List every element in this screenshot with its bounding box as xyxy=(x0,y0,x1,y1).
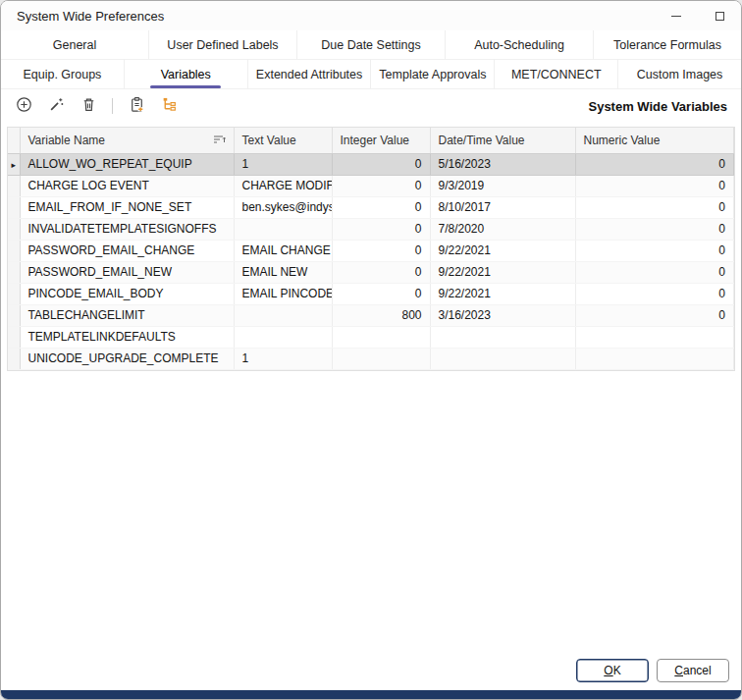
delete-button[interactable] xyxy=(80,97,97,115)
trash-icon xyxy=(80,96,97,116)
ok-button[interactable]: OK xyxy=(576,659,649,682)
tab-auto-scheduling[interactable]: Auto-Scheduling xyxy=(446,30,594,59)
cell-numeric-value[interactable]: 0 xyxy=(575,218,734,240)
tab-met-connect[interactable]: MET/CONNECT xyxy=(495,60,618,88)
cell-datetime-value[interactable] xyxy=(430,348,575,369)
table-row[interactable]: EMAIL_FROM_IF_NONE_SET ben.sykes@indys 0… xyxy=(8,196,734,218)
tab-extended-attributes[interactable]: Extended Attributes xyxy=(248,60,372,88)
row-indicator xyxy=(8,326,20,348)
cell-numeric-value[interactable]: 0 xyxy=(575,196,734,218)
cell-integer-value[interactable]: 0 xyxy=(332,218,430,240)
tree-view-button[interactable] xyxy=(160,97,178,115)
title-bar[interactable]: System Wide Preferences xyxy=(1,1,741,30)
cell-integer-value[interactable]: 0 xyxy=(332,240,430,261)
cell-text-value[interactable] xyxy=(234,304,332,326)
col-numeric-value[interactable]: Numeric Value xyxy=(575,128,734,153)
row-indicator xyxy=(8,196,20,218)
cell-variable-name[interactable]: ALLOW_WO_REPEAT_EQUIP xyxy=(20,153,234,175)
tab-variables[interactable]: Variables xyxy=(125,60,248,88)
dialog-footer: OK Cancel xyxy=(1,653,741,690)
paste-icon xyxy=(129,96,145,116)
header-row: Variable Name Text Value Integer Value D… xyxy=(8,128,734,153)
tab-tolerance-formulas[interactable]: Tolerance Formulas xyxy=(594,30,741,59)
cell-datetime-value[interactable] xyxy=(430,326,575,348)
sort-icon[interactable] xyxy=(213,134,226,147)
cell-numeric-value[interactable]: 0 xyxy=(575,175,734,196)
add-button[interactable] xyxy=(15,97,32,115)
cell-datetime-value[interactable]: 9/3/2019 xyxy=(430,175,575,196)
tab-row-1: General User Defined Labels Due Date Set… xyxy=(1,30,741,60)
tree-icon xyxy=(161,96,178,116)
edit-button[interactable] xyxy=(47,97,65,115)
cell-variable-name[interactable]: PINCODE_EMAIL_BODY xyxy=(20,283,234,304)
row-indicator-header xyxy=(8,128,20,153)
table-row[interactable]: TABLECHANGELIMIT 800 3/16/2023 0 xyxy=(8,304,734,326)
cell-integer-value[interactable]: 800 xyxy=(332,304,430,326)
cell-datetime-value[interactable]: 9/22/2021 xyxy=(430,240,575,261)
content-spacer xyxy=(1,371,741,654)
cell-text-value[interactable]: EMAIL NEW xyxy=(234,261,332,283)
table-row[interactable]: PINCODE_EMAIL_BODY EMAIL PINCODE 0 9/22/… xyxy=(8,283,734,304)
cell-numeric-value[interactable]: 0 xyxy=(575,283,734,304)
cell-text-value[interactable] xyxy=(234,218,332,240)
cell-integer-value[interactable] xyxy=(332,348,430,369)
cell-text-value[interactable]: 1 xyxy=(234,348,332,369)
row-indicator xyxy=(8,218,20,240)
cell-text-value[interactable]: ben.sykes@indys xyxy=(234,196,332,218)
table-row[interactable]: ▸ ALLOW_WO_REPEAT_EQUIP 1 0 5/16/2023 0 xyxy=(8,153,734,175)
tab-user-defined-labels[interactable]: User Defined Labels xyxy=(149,30,297,59)
cell-variable-name[interactable]: CHARGE LOG EVENT xyxy=(20,175,234,196)
cell-integer-value[interactable]: 0 xyxy=(332,175,430,196)
cell-numeric-value[interactable]: 0 xyxy=(575,304,734,326)
cell-integer-value[interactable] xyxy=(332,326,430,348)
cell-text-value[interactable] xyxy=(234,326,332,348)
cell-datetime-value[interactable]: 7/8/2020 xyxy=(430,218,575,240)
cell-datetime-value[interactable]: 9/22/2021 xyxy=(430,283,575,304)
tab-custom-images[interactable]: Custom Images xyxy=(618,60,741,88)
maximize-button[interactable] xyxy=(698,1,741,30)
cell-variable-name[interactable]: PASSWORD_EMAIL_CHANGE xyxy=(20,240,234,261)
cell-numeric-value[interactable]: 0 xyxy=(575,153,734,175)
minimize-button[interactable] xyxy=(655,1,698,30)
col-datetime-value[interactable]: Date/Time Value xyxy=(430,128,575,153)
cell-text-value[interactable]: CHARGE MODIFIC xyxy=(234,175,332,196)
cell-datetime-value[interactable]: 5/16/2023 xyxy=(430,153,575,175)
cell-variable-name[interactable]: TABLECHANGELIMIT xyxy=(20,304,234,326)
cancel-button[interactable]: Cancel xyxy=(657,659,729,682)
cell-datetime-value[interactable]: 9/22/2021 xyxy=(430,261,575,283)
table-row[interactable]: PASSWORD_EMAIL_NEW EMAIL NEW 0 9/22/2021… xyxy=(8,261,734,283)
col-integer-value[interactable]: Integer Value xyxy=(332,128,430,153)
cell-variable-name[interactable]: TEMPLATELINKDEFAULTS xyxy=(20,326,234,348)
tab-due-date-settings[interactable]: Due Date Settings xyxy=(297,30,446,59)
cell-variable-name[interactable]: INVALIDATETEMPLATESIGNOFFS xyxy=(20,218,234,240)
table-row[interactable]: INVALIDATETEMPLATESIGNOFFS 0 7/8/2020 0 xyxy=(8,218,734,240)
table-row[interactable]: UNICODE_UPGRADE_COMPLETE 1 xyxy=(8,348,734,369)
table-row[interactable]: PASSWORD_EMAIL_CHANGE EMAIL CHANGE 0 9/2… xyxy=(8,240,734,261)
cell-text-value[interactable]: EMAIL CHANGE xyxy=(234,240,332,261)
cell-numeric-value[interactable]: 0 xyxy=(575,240,734,261)
cell-numeric-value[interactable]: 0 xyxy=(575,261,734,283)
cell-text-value[interactable]: 1 xyxy=(234,153,332,175)
cell-numeric-value[interactable] xyxy=(575,348,734,369)
tab-equip-groups[interactable]: Equip. Groups xyxy=(1,60,125,88)
cell-datetime-value[interactable]: 8/10/2017 xyxy=(430,196,575,218)
cell-integer-value[interactable]: 0 xyxy=(332,283,430,304)
cell-integer-value[interactable]: 0 xyxy=(332,196,430,218)
cell-variable-name[interactable]: UNICODE_UPGRADE_COMPLETE xyxy=(20,348,234,369)
col-variable-name[interactable]: Variable Name xyxy=(20,128,234,153)
table-row[interactable]: TEMPLATELINKDEFAULTS xyxy=(8,326,734,348)
table-row[interactable]: CHARGE LOG EVENT CHARGE MODIFIC 0 9/3/20… xyxy=(8,175,734,196)
cell-integer-value[interactable]: 0 xyxy=(332,153,430,175)
col-text-value[interactable]: Text Value xyxy=(234,128,332,153)
cell-datetime-value[interactable]: 3/16/2023 xyxy=(430,304,575,326)
row-indicator xyxy=(8,175,20,196)
paste-button[interactable] xyxy=(128,97,145,115)
cell-variable-name[interactable]: PASSWORD_EMAIL_NEW xyxy=(20,261,234,283)
cell-numeric-value[interactable] xyxy=(575,326,734,348)
tab-general[interactable]: General xyxy=(1,30,149,59)
window-title: System Wide Preferences xyxy=(17,9,164,24)
cell-text-value[interactable]: EMAIL PINCODE xyxy=(234,283,332,304)
cell-variable-name[interactable]: EMAIL_FROM_IF_NONE_SET xyxy=(20,196,234,218)
tab-template-approvals[interactable]: Template Approvals xyxy=(371,60,495,88)
cell-integer-value[interactable]: 0 xyxy=(332,261,430,283)
